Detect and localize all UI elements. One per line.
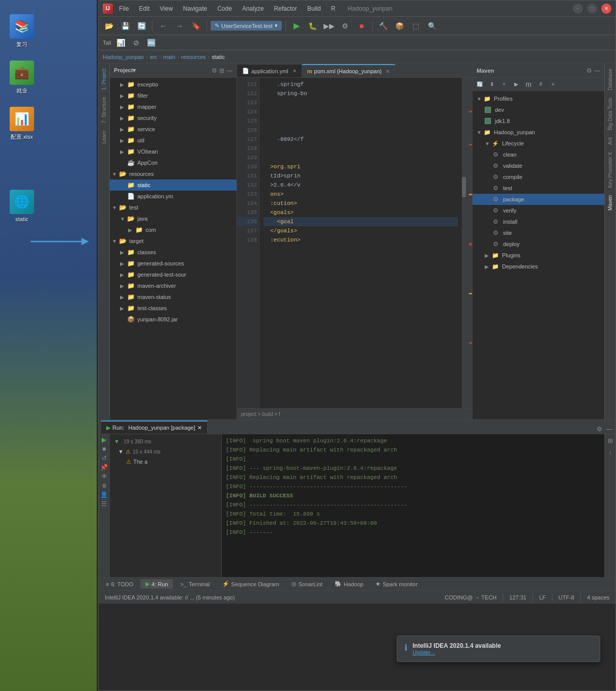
tab-appyml[interactable]: 📄 application.yml ✕ — [237, 64, 302, 77]
console-area[interactable]: [INFO] spring boot maven plugin:2.6.4:re… — [222, 434, 604, 577]
status-line[interactable]: 127:31 — [507, 593, 529, 602]
scroll-indicator[interactable] — [462, 78, 472, 408]
desktop-icon-peizhi[interactable]: 📊 配置.xlsx — [4, 103, 40, 145]
run-play-btn[interactable]: ▶ — [102, 436, 106, 443]
tree-item-maven-status[interactable]: ▶ 📁 maven-status — [110, 291, 237, 303]
footer-tab-hadoop[interactable]: 🐘 Hadoop — [330, 579, 369, 589]
breadcrumb-root[interactable]: Hadoop_yunpan — [103, 54, 144, 60]
status-message[interactable]: IntelliJ IDEA 2020.1.4 available: // ...… — [103, 593, 237, 602]
side-tab-structure[interactable]: 7: Structure — [100, 94, 108, 127]
maven-profiles[interactable]: ▼ 📁 Profiles — [473, 93, 604, 104]
run-filter-btn[interactable]: ⊗ — [102, 482, 107, 489]
dev-checkbox[interactable] — [485, 107, 491, 113]
maven-refresh-btn[interactable]: 🔄 — [475, 79, 485, 89]
maven-plugins[interactable]: ▶ 📁 Plugins — [473, 250, 604, 261]
desktop-icon-fuxi[interactable]: 📚 复习 — [4, 10, 40, 52]
breadcrumb-src[interactable]: src — [150, 54, 157, 60]
side-tab-big-data-tools[interactable]: Big Data Tools — [606, 95, 614, 133]
menu-file[interactable]: File — [117, 4, 131, 13]
tab-pomxml[interactable]: m pom.xml (Hadoop_yunpan) ✕ — [302, 64, 395, 77]
project-collapse-btn[interactable]: — — [226, 67, 232, 74]
build-btn[interactable]: 🔨 — [376, 19, 391, 33]
search-everywhere-btn[interactable]: 🔍 — [425, 19, 439, 33]
maven-test[interactable]: ⚙ test — [473, 183, 604, 194]
footer-tab-todo[interactable]: ≡ 6: TODO — [101, 580, 138, 589]
run-rerun-btn[interactable]: ↺ — [102, 455, 107, 462]
breadcrumb-resources[interactable]: resources — [181, 54, 206, 60]
tail-stop-btn[interactable]: ⊘ — [131, 37, 142, 48]
maximize-button[interactable]: □ — [587, 4, 597, 14]
run-btn[interactable]: ▶ — [289, 19, 304, 33]
side-tab-key-promoter[interactable]: Key Promoter X — [606, 149, 614, 191]
tree-item-generated-test[interactable]: ▶ 📁 generated-test-sour — [110, 269, 237, 280]
toolbar-forward-btn[interactable]: → — [172, 19, 187, 33]
maven-lifecycle[interactable]: ▼ ⚡ Lifecycle — [473, 138, 604, 149]
code-area[interactable]: .springf spring-bo -8092</f >org.spri tI… — [259, 78, 462, 408]
side-tab-learn[interactable]: Learn — [100, 128, 108, 147]
notif-update-link[interactable]: Update... — [413, 649, 593, 655]
footer-tab-sequence[interactable]: ⚡ Sequence Diagram — [217, 579, 284, 589]
run-tab-close[interactable]: ✕ — [197, 425, 202, 431]
menu-navigate[interactable]: Navigate — [181, 4, 209, 13]
breadcrumb-main[interactable]: main — [163, 54, 175, 60]
toolbar-sync-btn[interactable]: 🔄 — [134, 19, 149, 33]
toolbar-back-btn[interactable]: ← — [156, 19, 170, 33]
tree-item-util[interactable]: ▶ 📁 util — [110, 135, 237, 146]
maven-dev[interactable]: dev — [473, 104, 604, 115]
run-config-btn[interactable]: ▶▶ — [322, 19, 336, 33]
footer-tab-terminal[interactable]: >_ Terminal — [175, 580, 215, 589]
layout-btn[interactable]: ⬚ — [409, 19, 423, 33]
maven-download-btn[interactable]: ⬇ — [487, 79, 497, 89]
tree-item-maven-archiver[interactable]: ▶ 📁 maven-archiver — [110, 280, 237, 291]
breadcrumb-static[interactable]: static — [212, 54, 225, 60]
tree-item-com[interactable]: ▶ 📁 com — [110, 224, 237, 235]
maven-more-btn[interactable]: » — [548, 79, 558, 89]
tree-item-security[interactable]: ▶ 📁 security — [110, 112, 237, 124]
pomxml-tab-close[interactable]: ✕ — [386, 69, 390, 74]
side-tab-ant[interactable]: Ant — [606, 134, 614, 148]
console-action-2[interactable]: ↓ — [608, 447, 613, 457]
maven-run-btn[interactable]: ▶ — [511, 79, 521, 89]
maven-validate[interactable]: ⚙ validate — [473, 160, 604, 171]
menu-edit[interactable]: Edit — [137, 4, 152, 13]
maven-collapse-btn[interactable]: — — [594, 67, 600, 74]
run-pin-btn[interactable]: 📌 — [100, 464, 108, 471]
maven-jdk18[interactable]: jdk1.8 — [473, 115, 604, 127]
run-list-btn[interactable]: ☰ — [101, 500, 107, 507]
console-action-1[interactable]: ⊞ — [607, 436, 614, 445]
debug-btn[interactable]: 🐛 — [306, 19, 320, 33]
tree-item-exception[interactable]: ▶ 📁 exceptio — [110, 79, 237, 90]
footer-tab-spark[interactable]: ★ Spark monitor — [370, 579, 422, 589]
status-charset[interactable]: UTF-8 — [556, 593, 576, 602]
tree-item-java[interactable]: ▼ 📂 java — [110, 213, 237, 224]
desktop-icon-jiuye[interactable]: 💼 就业 — [4, 56, 40, 99]
tree-item-static[interactable]: ▶ 📁 static — [110, 179, 237, 191]
maven-install[interactable]: ⚙ install — [473, 216, 604, 227]
maven-hash-btn[interactable]: # — [536, 79, 546, 89]
run-person-btn[interactable]: 👤 — [100, 491, 108, 498]
toolbar-bookmark-btn[interactable]: 🔖 — [189, 19, 203, 33]
maven-deploy[interactable]: ⚙ deploy — [473, 238, 604, 250]
side-tab-project[interactable]: 1: Project — [100, 66, 108, 93]
tree-item-resources[interactable]: ▼ 📂 resources — [110, 168, 237, 179]
tree-item-vobean[interactable]: ▶ 📁 VObean — [110, 146, 237, 157]
current-file-tab[interactable]: ✎ UserServiceTest.test ▾ — [211, 21, 282, 31]
desktop-icon-static[interactable]: 🌐 static — [4, 186, 40, 226]
tree-item-target[interactable]: ▼ 📂 target — [110, 235, 237, 247]
status-git[interactable]: CODING@ → TECH — [443, 593, 498, 602]
tree-item-jar[interactable]: ▶ 📦 yunpan-8092.jar — [110, 314, 237, 325]
menu-refactor[interactable]: Refactor — [272, 4, 299, 13]
run-collapse-btn[interactable]: — — [605, 425, 613, 434]
maven-settings-btn[interactable]: ⚙ — [586, 67, 592, 74]
tree-item-service[interactable]: ▶ 📁 service — [110, 124, 237, 135]
maven-verify[interactable]: ⚙ verify — [473, 205, 604, 216]
side-tab-database[interactable]: Database — [606, 66, 614, 94]
jdk18-checkbox[interactable] — [485, 118, 491, 124]
toolbar-folder-btn[interactable]: 📂 — [102, 19, 116, 33]
run-eye-btn[interactable]: 👁 — [101, 473, 107, 480]
tree-item-appyml[interactable]: ▶ 📄 application.ym — [110, 191, 237, 202]
menu-view[interactable]: View — [158, 4, 175, 13]
tree-item-classes[interactable]: ▶ 📁 classes — [110, 247, 237, 258]
menu-build[interactable]: Build — [305, 4, 323, 13]
run-item-1[interactable]: ▼ 19 s 380 ms — [110, 436, 221, 446]
